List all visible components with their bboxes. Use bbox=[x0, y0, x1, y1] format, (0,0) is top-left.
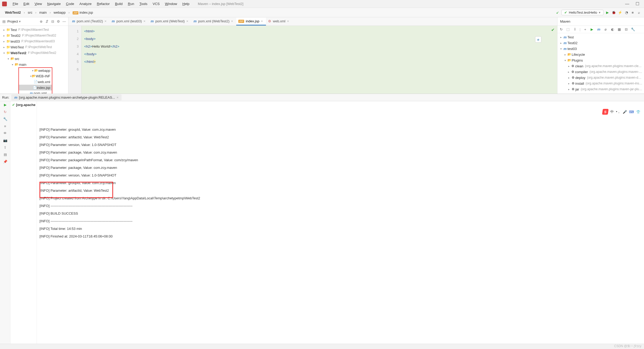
tab-pom-xml--webtest-[interactable]: mpom.xml (WebTest)× bbox=[149, 18, 192, 26]
settings-icon[interactable]: ⚙ bbox=[56, 19, 61, 23]
breadcrumb-3[interactable]: webapp bbox=[51, 10, 68, 15]
inspection-ok-icon[interactable]: ✔ bbox=[551, 27, 555, 32]
menu-edit[interactable]: Edit bbox=[21, 1, 31, 7]
search-icon[interactable]: ⌕ bbox=[637, 11, 641, 14]
tab-index-jsp[interactable]: JSPindex.jsp× bbox=[236, 18, 266, 26]
collapse-icon[interactable]: ⊟ bbox=[624, 27, 628, 31]
run-config-selector[interactable]: ✔ HelloTest.testHello ▾ bbox=[561, 10, 603, 15]
maven-node-Test02[interactable]: ▸mTest02 bbox=[557, 40, 644, 46]
project-view-icon[interactable]: ▤ bbox=[2, 19, 6, 23]
show-passed-icon[interactable]: 👁 bbox=[3, 131, 7, 135]
ime-toolbar[interactable]: S 中 •， 🎤 ⌨ 👕 bbox=[601, 108, 641, 116]
collapse-all-icon[interactable]: ⊟ bbox=[50, 19, 55, 23]
rerun-failed-icon[interactable]: ↻ bbox=[4, 110, 7, 114]
maven-node-clean[interactable]: ▸⚙clean(org.apache.maven.plugins:maven-c… bbox=[557, 63, 644, 69]
breadcrumb-4[interactable]: JSPindex.jsp bbox=[70, 10, 95, 15]
menu-window[interactable]: Window bbox=[163, 1, 179, 7]
expand-all-icon[interactable]: ⇵ bbox=[44, 19, 49, 23]
menu-navigate[interactable]: Navigate bbox=[45, 1, 63, 7]
maven-node-deploy[interactable]: ▸⚙deploy(org.apache.maven.plugins:maven-… bbox=[557, 75, 644, 80]
tree-node-main[interactable]: ▾📂main bbox=[0, 62, 68, 67]
generate-sources-icon[interactable]: ⬚ bbox=[566, 27, 570, 31]
tree-node-index.jsp[interactable]: 📄index.jsp bbox=[18, 85, 52, 90]
close-icon[interactable]: × bbox=[231, 19, 233, 23]
export-icon[interactable]: ⇪ bbox=[4, 145, 7, 149]
minimize-button[interactable]: — bbox=[622, 2, 632, 6]
maven-node-compiler[interactable]: ▸⚙compiler(org.apache.maven.plugins:mave… bbox=[557, 69, 644, 75]
run-maven-icon[interactable]: ▶ bbox=[590, 27, 594, 31]
profile-button[interactable]: ◔ bbox=[624, 11, 629, 14]
menu-code[interactable]: Code bbox=[64, 1, 76, 7]
stop-button[interactable]: ■ bbox=[630, 11, 635, 14]
select-opened-file-icon[interactable]: ⊕ bbox=[39, 19, 43, 23]
maven-node-jar[interactable]: ▸⚙jar(org.apache.maven.plugins:maven-jar… bbox=[557, 86, 644, 92]
rerun-icon[interactable]: ▶ bbox=[4, 103, 7, 107]
menu-refactor[interactable]: Refactor bbox=[95, 1, 112, 7]
hide-icon[interactable]: — bbox=[62, 19, 67, 23]
toggle-offline-icon[interactable]: ⌀ bbox=[603, 27, 608, 31]
menu-vcs[interactable]: VCS bbox=[150, 1, 162, 7]
ime-lang-icon[interactable]: 中 bbox=[610, 109, 614, 114]
tree-node-src[interactable]: ▾📂src bbox=[0, 56, 68, 62]
maximize-button[interactable]: ☐ bbox=[633, 1, 642, 6]
maven-node-Lifecycle[interactable]: ▸📂Lifecycle bbox=[557, 52, 644, 57]
toggle-skip-tests-icon[interactable]: ◐ bbox=[610, 27, 615, 31]
tree-node-webapp[interactable]: ▾📂webapp bbox=[18, 67, 52, 73]
sogou-icon[interactable]: S bbox=[602, 109, 609, 115]
debug-button[interactable]: 🐞 bbox=[611, 11, 616, 14]
toggle-wrap-icon[interactable]: 🔧 bbox=[3, 117, 7, 121]
tree-node-test03[interactable]: ▸📁test03F:\Project\Maven\test03 bbox=[0, 38, 68, 44]
run-button[interactable]: ▶ bbox=[605, 11, 610, 14]
tree-node-web.xml[interactable]: 📄web.xml bbox=[18, 79, 52, 85]
menu-help[interactable]: Help bbox=[180, 1, 192, 7]
download-icon[interactable]: ⇩ bbox=[573, 27, 577, 31]
tree-node-WebTest2[interactable]: ▾📁WebTest2F:\Project\WebTest2 bbox=[0, 50, 68, 56]
tab-pom-xml--webtest2-[interactable]: mpom.xml (WebTest2)× bbox=[192, 18, 236, 26]
show-deps-icon[interactable]: ▦ bbox=[617, 27, 621, 31]
ime-keyboard-icon[interactable]: ⌨ bbox=[629, 110, 634, 114]
maven-node-Plugins[interactable]: ▾📂Plugins bbox=[557, 57, 644, 63]
run-tree-root[interactable]: [org.apache bbox=[16, 103, 36, 107]
layout-icon[interactable]: ▤ bbox=[4, 153, 7, 156]
build-icon[interactable]: ↙ bbox=[555, 11, 560, 14]
menu-view[interactable]: View bbox=[32, 1, 44, 7]
tab-web-xml[interactable]: ⚙web.xml× bbox=[266, 18, 292, 26]
menu-tools[interactable]: Tools bbox=[137, 1, 149, 7]
close-icon[interactable]: × bbox=[104, 19, 107, 23]
breadcrumb-0[interactable]: WebTest2 bbox=[3, 10, 23, 15]
maven-node-test03[interactable]: ▾mtest03 bbox=[557, 46, 644, 52]
close-icon[interactable]: × bbox=[287, 19, 289, 23]
ime-mic-icon[interactable]: 🎤 bbox=[623, 110, 627, 114]
coverage-button[interactable]: ⚡ bbox=[618, 11, 622, 14]
maven-node-install[interactable]: ▸⚙install(org.apache.maven.plugins:maven… bbox=[557, 80, 644, 86]
run-tab[interactable]: m [org.apache.maven.plugins:maven-archet… bbox=[11, 94, 121, 100]
ime-punct-icon[interactable]: •， bbox=[616, 109, 621, 114]
tab-pom-xml--test03-[interactable]: mpom.xml (test03)× bbox=[110, 18, 149, 26]
stop-icon[interactable]: ■ bbox=[4, 124, 6, 128]
console-output[interactable]: [INFO] Parameter: groupId, Value: com.zc… bbox=[37, 101, 644, 344]
close-icon[interactable]: × bbox=[261, 19, 263, 23]
browser-edge-icon[interactable]: e bbox=[535, 36, 541, 43]
breadcrumb-2[interactable]: main bbox=[37, 10, 49, 15]
close-icon[interactable]: × bbox=[186, 19, 188, 23]
menu-file[interactable]: File bbox=[11, 1, 20, 7]
maven-settings-icon[interactable]: 🔧 bbox=[631, 27, 635, 31]
menu-analyze[interactable]: Analyze bbox=[77, 1, 94, 7]
reimport-icon[interactable]: ↻ bbox=[559, 27, 563, 31]
ime-skin-icon[interactable]: 👕 bbox=[636, 110, 640, 114]
pin-icon[interactable]: 📌 bbox=[3, 160, 7, 164]
maven-node-Test[interactable]: ▸mTest bbox=[557, 34, 644, 40]
tree-node-WebTest[interactable]: ▸📁WebTestF:\Project\WebTest bbox=[0, 44, 68, 50]
add-icon[interactable]: ＋ bbox=[583, 27, 587, 32]
breadcrumb-1[interactable]: src bbox=[26, 10, 35, 15]
close-icon[interactable]: × bbox=[143, 19, 145, 23]
tree-node-Test02[interactable]: ▸📁Test02F:\Project\Maven\Test02 bbox=[0, 33, 68, 38]
menu-build[interactable]: Build bbox=[113, 1, 125, 7]
tree-node-WEB-INF[interactable]: ▾📂WEB-INF bbox=[18, 73, 52, 79]
tree-node-Test[interactable]: ▸📁TestF:\Project\Maven\Test bbox=[0, 27, 68, 33]
menu-run[interactable]: Run bbox=[126, 1, 136, 7]
tab-pom-xml--test02-[interactable]: mpom.xml (Test02)× bbox=[70, 18, 110, 26]
run-results-tree[interactable]: ✔[org.apache bbox=[11, 101, 37, 344]
close-icon[interactable]: × bbox=[117, 95, 119, 99]
maven-m-icon[interactable]: m bbox=[597, 27, 601, 31]
